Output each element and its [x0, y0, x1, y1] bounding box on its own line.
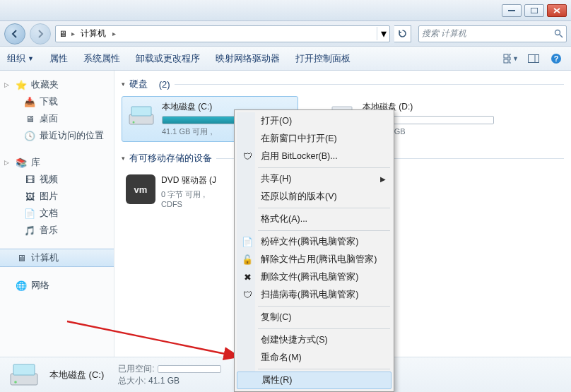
- svg-rect-7: [510, 54, 511, 58]
- minimize-button[interactable]: [502, 4, 522, 17]
- chevron-right-icon: ▷: [4, 159, 9, 166]
- menu-item-label: 还原以前的版本(V): [261, 191, 337, 203]
- breadcrumb-computer[interactable]: 计算机: [76, 26, 111, 42]
- menu-item[interactable]: 🛡扫描病毒(腾讯电脑管家): [237, 286, 392, 304]
- menu-separator: [258, 230, 390, 231]
- video-icon: 🎞: [24, 174, 35, 185]
- menu-separator: [258, 167, 390, 168]
- menu-item-label: 格式化(A)...: [261, 213, 307, 225]
- menu-item[interactable]: 在新窗口中打开(E): [237, 130, 392, 148]
- network-icon: 🌐: [16, 280, 27, 291]
- pictures-icon: 🖼: [24, 191, 35, 202]
- menu-item[interactable]: 属性(R): [237, 372, 392, 389]
- scan-icon: 🛡: [241, 290, 254, 300]
- computer-icon: 🖥: [56, 29, 70, 39]
- menu-item[interactable]: 共享(H)▶: [237, 170, 392, 188]
- menu-item-label: 创建快捷方式(S): [261, 334, 328, 346]
- navigation-pane: ▷⭐收藏夹 📥下载 🖥桌面 🕓最近访问的位置 ▷📚库 🎞视频 🖼图片 📄文档 🎵…: [0, 71, 114, 357]
- menu-item[interactable]: 🔓解除文件占用(腾讯电脑管家): [237, 251, 392, 268]
- music-icon: 🎵: [24, 225, 35, 236]
- view-options-icon[interactable]: ▼: [503, 52, 519, 65]
- menu-item-label: 在新窗口中打开(E): [261, 133, 337, 145]
- control-panel-button[interactable]: 打开控制面板: [295, 52, 351, 65]
- svg-rect-10: [529, 54, 539, 62]
- search-placeholder: 搜索 计算机: [422, 28, 554, 40]
- star-icon: ⭐: [16, 79, 27, 90]
- organize-menu[interactable]: 组织 ▼: [7, 52, 34, 65]
- sidebar-item-computer[interactable]: 🖥计算机: [0, 249, 114, 267]
- sidebar-item-pictures[interactable]: 🖼图片: [0, 188, 114, 205]
- sidebar-item-music[interactable]: 🎵音乐: [0, 222, 114, 239]
- chevron-right-icon: ▷: [4, 81, 9, 88]
- menu-item-label: 解除文件占用(腾讯电脑管家): [261, 254, 377, 266]
- sidebar-item-network[interactable]: 🌐网络: [0, 277, 114, 294]
- menu-item-label: 重命名(M): [261, 352, 302, 364]
- navigation-bar: 🖥 ▸ 计算机 ▸ ▾ 搜索 计算机: [0, 21, 571, 47]
- search-input[interactable]: 搜索 计算机: [418, 25, 567, 42]
- address-bar[interactable]: 🖥 ▸ 计算机 ▸ ▾: [55, 25, 390, 42]
- shield-icon: 🛡: [241, 151, 254, 162]
- menu-separator: [258, 306, 390, 307]
- back-button[interactable]: [4, 23, 25, 44]
- desktop-icon: 🖥: [24, 113, 35, 124]
- address-dropdown[interactable]: ▾: [377, 27, 389, 40]
- menu-item[interactable]: 还原以前的版本(V): [237, 188, 392, 206]
- search-icon: [554, 29, 563, 38]
- svg-point-16: [133, 121, 135, 124]
- svg-rect-9: [510, 59, 511, 63]
- sidebar-item-recent[interactable]: 🕓最近访问的位置: [0, 127, 114, 144]
- menu-item-label: 扫描病毒(腾讯电脑管家): [261, 289, 358, 301]
- hdd-icon: [7, 361, 41, 389]
- delete-icon: ✖: [241, 272, 254, 283]
- uninstall-button[interactable]: 卸载或更改程序: [136, 52, 200, 65]
- computer-icon: 🖥: [16, 252, 27, 263]
- svg-point-23: [14, 381, 17, 384]
- system-properties-button[interactable]: 系统属性: [83, 52, 120, 65]
- svg-rect-15: [131, 107, 151, 116]
- menu-separator: [258, 369, 390, 369]
- details-name: 本地磁盘 (C:): [49, 369, 104, 381]
- menu-item[interactable]: 创建快捷方式(S): [237, 331, 392, 349]
- properties-button[interactable]: 属性: [49, 52, 68, 65]
- dvd-icon: vm: [126, 174, 155, 204]
- forward-button[interactable]: [30, 23, 51, 44]
- menu-item[interactable]: 复制(C): [237, 309, 392, 326]
- refresh-button[interactable]: [394, 25, 411, 42]
- menu-item-label: 启用 BitLocker(B)...: [261, 150, 338, 162]
- svg-rect-22: [13, 364, 35, 375]
- chevron-right-icon: ▸: [70, 30, 76, 37]
- menu-item[interactable]: 重命名(M): [237, 349, 392, 367]
- sidebar-item-videos[interactable]: 🎞视频: [0, 171, 114, 188]
- preview-pane-icon[interactable]: [526, 52, 541, 65]
- menu-item[interactable]: 📄粉碎文件(腾讯电脑管家): [237, 233, 392, 251]
- menu-item[interactable]: 🛡启用 BitLocker(B)...: [237, 148, 392, 165]
- context-menu: 打开(O)在新窗口中打开(E)🛡启用 BitLocker(B)...共享(H)▶…: [234, 109, 394, 392]
- menu-item[interactable]: 格式化(A)...: [237, 210, 392, 228]
- map-drive-button[interactable]: 映射网络驱动器: [216, 52, 280, 65]
- menu-item[interactable]: 打开(O): [237, 112, 392, 130]
- close-button[interactable]: [547, 4, 567, 17]
- sidebar-item-documents[interactable]: 📄文档: [0, 205, 114, 222]
- menu-item[interactable]: ✖删除文件(腾讯电脑管家): [237, 268, 392, 286]
- menu-item-label: 共享(H): [261, 173, 291, 185]
- sidebar-item-downloads[interactable]: 📥下载: [0, 93, 114, 110]
- chevron-down-icon: ▾: [122, 155, 125, 162]
- chevron-right-icon: ▸: [111, 30, 117, 37]
- details-usage-bar: [158, 365, 221, 373]
- hdd-icon: [126, 101, 156, 131]
- svg-rect-8: [504, 59, 508, 63]
- libraries-icon: 📚: [16, 157, 27, 168]
- svg-text:?: ?: [554, 54, 559, 63]
- group-hard-disks[interactable]: ▾ 硬盘 (2): [122, 78, 564, 90]
- window-titlebar: [0, 0, 571, 21]
- menu-separator: [258, 208, 390, 208]
- sidebar-item-desktop[interactable]: 🖥桌面: [0, 110, 114, 127]
- menu-separator: [258, 328, 390, 329]
- svg-line-5: [560, 35, 563, 37]
- sidebar-libraries[interactable]: ▷📚库: [0, 154, 114, 171]
- chevron-down-icon: ▾: [122, 81, 125, 88]
- help-icon[interactable]: ?: [548, 52, 564, 65]
- maximize-button[interactable]: [524, 4, 544, 17]
- menu-item-label: 复制(C): [261, 311, 291, 323]
- sidebar-favorites[interactable]: ▷⭐收藏夹: [0, 76, 114, 93]
